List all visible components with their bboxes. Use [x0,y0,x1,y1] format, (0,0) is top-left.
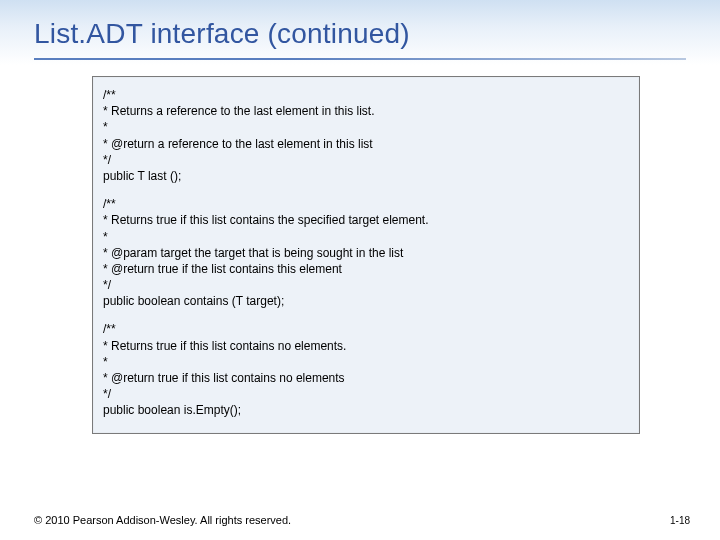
code-line: * Returns a reference to the last elemen… [103,103,627,119]
code-line: * Returns true if this list contains the… [103,212,627,228]
code-line: * @return a reference to the last elemen… [103,136,627,152]
code-box: /** * Returns a reference to the last el… [92,76,640,434]
slide: List.ADT interface (continued) /** * Ret… [0,0,720,540]
page-title: List.ADT interface (continued) [0,0,720,56]
code-block-3: /** * Returns true if this list contains… [103,321,627,418]
title-rule [34,58,686,60]
code-line: * Returns true if this list contains no … [103,338,627,354]
code-line: * [103,119,627,135]
code-block-2: /** * Returns true if this list contains… [103,196,627,309]
code-line: public boolean contains (T target); [103,293,627,309]
code-block-1: /** * Returns a reference to the last el… [103,87,627,184]
code-line: * @return true if the list contains this… [103,261,627,277]
code-line: * @param target the target that is being… [103,245,627,261]
code-line: /** [103,321,627,337]
code-line: public T last (); [103,168,627,184]
footer-copyright: © 2010 Pearson Addison-Wesley. All right… [34,514,291,526]
code-line: */ [103,277,627,293]
code-line: * @return true if this list contains no … [103,370,627,386]
code-line: /** [103,196,627,212]
code-line: public boolean is.Empty(); [103,402,627,418]
code-line: */ [103,386,627,402]
code-line: /** [103,87,627,103]
code-line: */ [103,152,627,168]
code-line: * [103,229,627,245]
code-line: * [103,354,627,370]
page-number: 1-18 [670,515,690,526]
